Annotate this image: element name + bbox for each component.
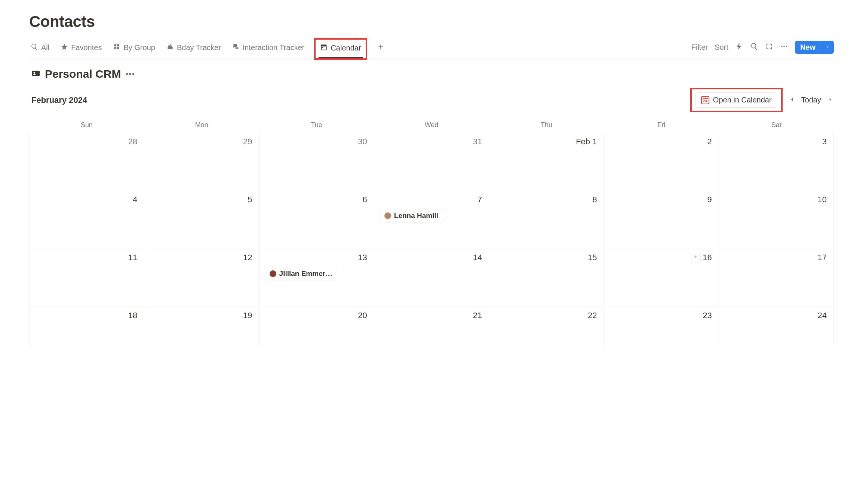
svg-point-2 xyxy=(786,46,787,47)
day-number: 17 xyxy=(818,253,827,262)
chevron-down-icon xyxy=(825,43,830,52)
page-title: Contacts xyxy=(29,13,834,31)
calendar-day-cell[interactable]: 4 xyxy=(30,191,144,249)
search-button[interactable] xyxy=(750,42,758,52)
calendar-day-cell[interactable]: 29 xyxy=(144,133,259,191)
view-tab-bday-tracker[interactable]: Bday Tracker xyxy=(165,40,222,58)
day-number: 14 xyxy=(473,253,482,262)
view-tab-label: Favorites xyxy=(71,43,102,52)
event-name: Lenna Hamill xyxy=(394,212,438,220)
day-number: 10 xyxy=(818,195,827,205)
calendar-day-cell[interactable]: Feb 1 xyxy=(489,133,604,191)
calendar-day-cell[interactable]: 17 xyxy=(719,249,834,307)
calendar-day-cell[interactable]: 24 xyxy=(719,307,834,348)
next-month-button[interactable] xyxy=(827,96,834,104)
filter-button[interactable]: Filter xyxy=(691,43,708,52)
calendar-day-cell[interactable]: 28 xyxy=(30,133,144,191)
open-in-calendar-button[interactable]: 23 Open in Calendar xyxy=(695,92,777,108)
calendar-day-cell[interactable]: 21 xyxy=(374,307,489,348)
database-more-button[interactable]: ••• xyxy=(125,69,135,79)
day-number: 28 xyxy=(128,137,137,147)
calendar-day-cell[interactable]: 12 xyxy=(144,249,259,307)
calendar-day-cell[interactable]: 22 xyxy=(489,307,604,348)
calendar-day-cell[interactable]: 19 xyxy=(144,307,259,348)
calendar-day-cell[interactable]: 15 xyxy=(489,249,604,307)
lightning-icon xyxy=(735,42,743,52)
today-button[interactable]: Today xyxy=(801,96,821,104)
calendar-day-cell[interactable]: 18 xyxy=(30,307,144,348)
calendar-day-cell[interactable]: 31 xyxy=(374,133,489,191)
view-tab-interaction-tracker[interactable]: Interaction Tracker xyxy=(231,40,306,58)
calendar-day-cell[interactable]: 9 xyxy=(604,191,719,249)
calendar-day-cell[interactable]: 20 xyxy=(259,307,374,348)
calendar-app-icon: 23 xyxy=(701,96,709,104)
calendar-day-cell[interactable]: 10 xyxy=(719,191,834,249)
database-title-row: Personal CRM ••• xyxy=(29,59,834,83)
view-tab-label: Interaction Tracker xyxy=(243,43,305,52)
calendar-day-cell[interactable]: 13Jillian Emmer… xyxy=(259,249,374,307)
calendar-grid: 28293031Feb 1234567Lenna Hamill891011121… xyxy=(29,133,834,348)
view-tab-favorites[interactable]: Favorites xyxy=(59,40,103,58)
database-title[interactable]: Personal CRM xyxy=(45,68,121,80)
calendar-day-cell[interactable]: 30 xyxy=(259,133,374,191)
cake-icon xyxy=(166,43,174,52)
weekday-label: Mon xyxy=(144,119,259,133)
expand-icon xyxy=(765,42,773,52)
weekday-label: Sun xyxy=(29,119,144,133)
view-tab-by-group[interactable]: By Group xyxy=(111,40,156,58)
day-number: 22 xyxy=(588,311,597,320)
calendar-day-cell[interactable]: 11 xyxy=(30,249,144,307)
day-number: 24 xyxy=(818,311,827,320)
day-number: 9 xyxy=(707,195,712,205)
calendar-day-cell[interactable]: 3 xyxy=(719,133,834,191)
calendar-day-cell[interactable]: 2 xyxy=(604,133,719,191)
calendar-day-cell[interactable]: 14 xyxy=(374,249,489,307)
prev-month-button[interactable] xyxy=(789,96,795,104)
avatar xyxy=(270,270,276,277)
view-tab-label: Calendar xyxy=(331,44,361,52)
day-number: 2 xyxy=(707,137,712,147)
day-number: 13 xyxy=(358,253,367,262)
day-number: 15 xyxy=(588,253,597,262)
highlight-open-in-calendar: 23 Open in Calendar xyxy=(690,88,783,112)
weekday-label: Sat xyxy=(719,119,834,133)
view-tab-label: Bday Tracker xyxy=(177,43,221,52)
calendar-toolbar: February 2024 23 Open in Calendar Today xyxy=(29,83,834,119)
day-number: 5 xyxy=(248,195,252,205)
expand-button[interactable] xyxy=(765,42,773,52)
view-tab-calendar[interactable]: Calendar xyxy=(319,40,362,58)
sort-button[interactable]: Sort xyxy=(715,43,728,52)
view-tab-all[interactable]: All xyxy=(29,40,51,58)
automations-button[interactable] xyxy=(735,42,743,52)
search-icon xyxy=(750,42,758,52)
avatar xyxy=(384,212,391,219)
right-toolbar: Filter Sort New xyxy=(691,41,834,57)
calendar-month-label: February 2024 xyxy=(31,95,87,105)
weekday-label: Tue xyxy=(259,119,374,133)
new-button-dropdown[interactable] xyxy=(821,41,834,54)
star-icon xyxy=(61,43,68,52)
add-view-button[interactable] xyxy=(375,40,386,58)
new-button-label: New xyxy=(795,41,821,54)
calendar-day-cell[interactable]: 8 xyxy=(489,191,604,249)
calendar-day-cell[interactable]: 7Lenna Hamill xyxy=(374,191,489,249)
calendar-day-cell[interactable]: 5 xyxy=(144,191,259,249)
calendar-event[interactable]: Lenna Hamill xyxy=(380,209,443,222)
more-button[interactable] xyxy=(780,42,788,52)
day-number: 12 xyxy=(243,253,252,262)
add-event-button[interactable] xyxy=(691,253,701,262)
group-icon xyxy=(113,43,120,52)
open-in-calendar-label: Open in Calendar xyxy=(713,96,772,104)
svg-point-0 xyxy=(781,46,783,47)
calendar-event[interactable]: Jillian Emmer… xyxy=(265,267,338,280)
day-number: 7 xyxy=(477,195,482,205)
new-button[interactable]: New xyxy=(795,41,834,54)
weekday-label: Fri xyxy=(604,119,719,133)
plus-icon xyxy=(377,43,384,52)
day-number: 29 xyxy=(243,137,252,147)
calendar-day-cell[interactable]: 16 xyxy=(604,249,719,307)
calendar-day-cell[interactable]: 23 xyxy=(604,307,719,348)
day-number: 8 xyxy=(592,195,597,205)
calendar-day-cell[interactable]: 6 xyxy=(259,191,374,249)
day-number: Feb 1 xyxy=(576,137,597,147)
